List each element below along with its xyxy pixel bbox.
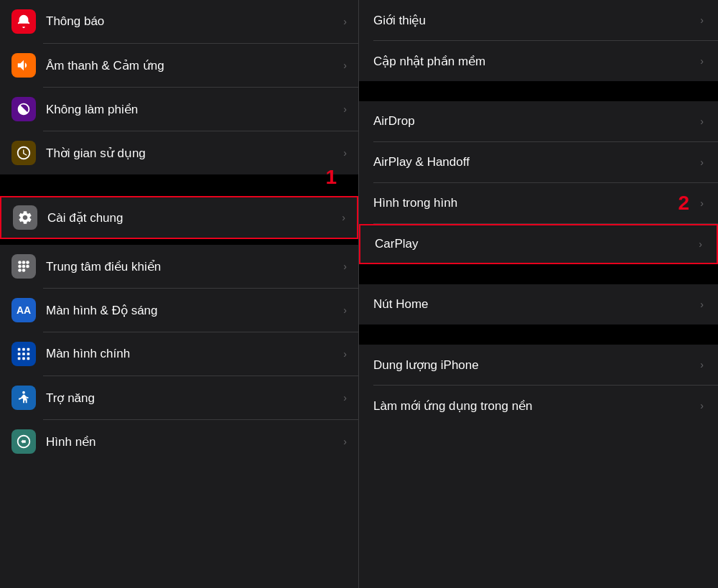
svg-rect-9 [22, 348, 25, 351]
left-panel: Thông báo › Âm thanh & Cảm ứng › Không l… [0, 0, 359, 588]
hinh-nen-chevron: › [343, 436, 347, 447]
khong-lam-phien-chevron: › [343, 103, 347, 115]
thong-bao-chevron: › [343, 16, 347, 27]
sidebar-item-thoi-gian[interactable]: Thời gian sử dụng › [0, 131, 358, 174]
khong-lam-phien-icon [11, 97, 36, 121]
trung-tam-label: Trung tâm điều khiển [46, 259, 337, 274]
man-hinh-do-sang-icon: AA [11, 298, 36, 322]
tro-nang-label: Trợ năng [46, 391, 337, 406]
svg-rect-10 [27, 348, 30, 351]
man-hinh-chinh-chevron: › [343, 348, 347, 360]
man-hinh-do-sang-label: Màn hình & Độ sáng [46, 303, 337, 318]
annotation-2: 2 [678, 192, 689, 215]
carplay-label: CarPlay [375, 237, 693, 251]
gioi-thieu-label: Giới thiệu [373, 13, 694, 28]
am-thanh-chevron: › [343, 60, 347, 71]
right-separator-1 [359, 81, 718, 101]
settings-group-3: Trung tâm điều khiển › AA Màn hình & Độ … [0, 245, 358, 463]
airplay-handoff-label: AirPlay & Handoff [373, 155, 694, 169]
sidebar-item-khong-lam-phien[interactable]: Không làm phiền › [0, 88, 358, 131]
svg-point-17 [22, 391, 25, 394]
sidebar-item-cai-dat-chung[interactable]: Cài đặt chung › [0, 196, 358, 239]
svg-rect-14 [18, 358, 21, 360]
trung-tam-icon [11, 254, 36, 279]
svg-rect-15 [22, 358, 25, 360]
sidebar-item-man-hinh-do-sang[interactable]: AA Màn hình & Độ sáng › [0, 289, 358, 332]
right-item-cap-nhat[interactable]: Cập nhật phần mềm › [359, 41, 718, 81]
carplay-chevron: › [699, 238, 702, 250]
separator-1 [0, 174, 358, 196]
thong-bao-label: Thông báo [46, 14, 337, 29]
thoi-gian-label: Thời gian sử dụng [46, 146, 337, 161]
man-hinh-chinh-icon [11, 342, 36, 366]
lam-moi-label: Làm mới ứng dụng trong nền [373, 398, 694, 414]
settings-group-2: Cài đặt chung › 1 [0, 196, 358, 239]
svg-point-0 [18, 261, 22, 264]
svg-point-7 [22, 269, 26, 272]
hinh-nen-icon [11, 429, 36, 454]
dung-luong-chevron: › [700, 359, 704, 370]
tro-nang-icon [11, 386, 36, 410]
right-item-nut-home[interactable]: Nút Home › [359, 284, 718, 325]
hinh-trong-hinh-chevron: › [700, 197, 704, 209]
thoi-gian-icon [11, 141, 36, 165]
svg-point-2 [26, 261, 29, 264]
man-hinh-chinh-label: Màn hình chính [46, 347, 337, 361]
svg-rect-11 [18, 353, 21, 355]
right-item-airdrop[interactable]: AirDrop › [359, 101, 718, 141]
right-separator-3 [359, 325, 718, 345]
hinh-trong-hinh-label: Hình trong hình [373, 196, 694, 210]
sidebar-item-tro-nang[interactable]: Trợ năng › [0, 376, 358, 419]
hinh-nen-label: Hình nền [46, 434, 337, 449]
sidebar-item-hinh-nen[interactable]: Hình nền › [0, 420, 358, 463]
dung-luong-label: Dung lượng iPhone [373, 358, 694, 373]
tro-nang-chevron: › [343, 392, 347, 403]
sidebar-item-am-thanh[interactable]: Âm thanh & Cảm ứng › [0, 44, 358, 87]
cai-dat-chung-icon [13, 205, 37, 230]
svg-point-4 [22, 265, 26, 269]
airdrop-label: AirDrop [373, 114, 694, 129]
gioi-thieu-chevron: › [700, 14, 704, 26]
right-item-hinh-trong-hinh[interactable]: Hình trong hình 2 › [359, 183, 718, 223]
trung-tam-chevron: › [343, 261, 347, 272]
svg-rect-16 [27, 358, 30, 360]
right-group-1: Giới thiệu › Cập nhật phần mềm › [359, 0, 718, 81]
cap-nhat-chevron: › [700, 55, 704, 67]
am-thanh-icon [11, 53, 36, 78]
thong-bao-icon [11, 9, 36, 34]
svg-point-1 [22, 261, 26, 264]
right-item-lam-moi[interactable]: Làm mới ứng dụng trong nền › [359, 386, 718, 426]
svg-point-3 [18, 265, 22, 269]
sidebar-item-thong-bao[interactable]: Thông báo › [0, 0, 358, 43]
right-panel: Giới thiệu › Cập nhật phần mềm › AirDrop… [359, 0, 718, 588]
right-item-gioi-thieu[interactable]: Giới thiệu › [359, 0, 718, 40]
settings-group-1: Thông báo › Âm thanh & Cảm ứng › Không l… [0, 0, 358, 174]
right-group-2: AirDrop › AirPlay & Handoff › Hình trong… [359, 101, 718, 264]
sidebar-item-man-hinh-chinh[interactable]: Màn hình chính › [0, 332, 358, 375]
svg-rect-12 [22, 353, 25, 355]
right-item-airplay-handoff[interactable]: AirPlay & Handoff › [359, 142, 718, 182]
nut-home-chevron: › [700, 299, 704, 310]
man-hinh-do-sang-chevron: › [343, 304, 347, 316]
airplay-handoff-chevron: › [700, 157, 704, 168]
right-item-carplay[interactable]: CarPlay › [359, 224, 718, 264]
cai-dat-chung-chevron: › [342, 212, 345, 223]
annotation-1: 1 [325, 166, 337, 189]
right-group-3: Nút Home › [359, 284, 718, 325]
thoi-gian-chevron: › [343, 147, 347, 159]
sidebar-item-trung-tam[interactable]: Trung tâm điều khiển › [0, 245, 358, 288]
khong-lam-phien-label: Không làm phiền [46, 102, 337, 117]
right-group-4: Dung lượng iPhone › Làm mới ứng dụng tro… [359, 345, 718, 426]
svg-point-6 [18, 269, 22, 272]
separator-2 [0, 239, 358, 245]
right-item-dung-luong[interactable]: Dung lượng iPhone › [359, 345, 718, 385]
am-thanh-label: Âm thanh & Cảm ứng [46, 58, 337, 73]
nut-home-label: Nút Home [373, 297, 694, 312]
cap-nhat-label: Cập nhật phần mềm [373, 54, 694, 69]
lam-moi-chevron: › [700, 400, 704, 411]
right-separator-2 [359, 264, 718, 284]
cai-dat-chung-label: Cài đặt chung [47, 210, 336, 225]
airdrop-chevron: › [700, 116, 704, 127]
svg-rect-13 [27, 353, 30, 355]
svg-rect-8 [18, 348, 21, 351]
